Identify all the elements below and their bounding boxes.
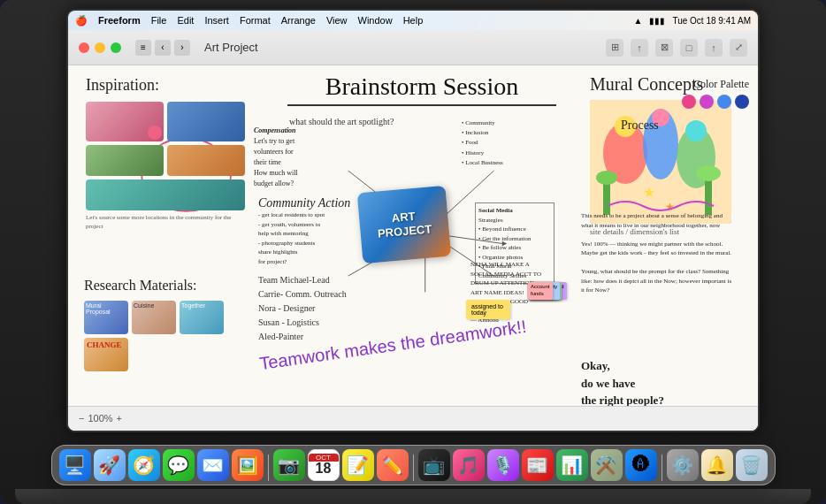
- research-card-2: Cuisine: [132, 301, 176, 334]
- dock-music[interactable]: 🎵: [453, 449, 485, 481]
- view-menu[interactable]: View: [326, 15, 348, 26]
- dock-separator-3: [662, 454, 662, 481]
- clock: Tue Oct 18 9:41 AM: [672, 16, 751, 26]
- zoom-control: − 100% +: [79, 413, 122, 424]
- dock-calendar[interactable]: OCT 18: [308, 449, 340, 481]
- tool-icon-4[interactable]: □: [680, 39, 698, 57]
- zoom-plus-btn[interactable]: +: [117, 413, 122, 424]
- window-title: Art Project: [204, 41, 258, 54]
- dock-separator-2: [413, 454, 414, 481]
- sticky-8: Accountfunds: [528, 282, 553, 300]
- dock-safari[interactable]: 🧭: [128, 449, 160, 481]
- laptop-bottom: [15, 489, 811, 504]
- process-question: Okay,do we havethe right people?: [581, 357, 718, 406]
- zoom-minus-btn[interactable]: −: [79, 413, 84, 424]
- canvas-area[interactable]: Inspiration: Let's source some more: [68, 65, 758, 406]
- art-project-text: ARTPROJECT: [376, 209, 432, 241]
- dock-reminders[interactable]: 🔔: [701, 449, 733, 481]
- compensation-note: Compensation Let's try to get volunteers…: [254, 126, 298, 189]
- dock-container: 🖥️ 🚀 🧭 💬 ✉️ 🖼️ 📷 OCT 18 📝 ✏️ 📺 🎵 🎙️ 📰 📊 …: [0, 431, 826, 489]
- inspiration-section: Inspiration: Let's source some more: [86, 76, 245, 232]
- back-button[interactable]: ‹: [155, 40, 171, 56]
- svg-point-14: [685, 120, 707, 141]
- dock: 🖥️ 🚀 🧭 💬 ✉️ 🖼️ 📷 OCT 18 📝 ✏️ 📺 🎵 🎙️ 📰 📊 …: [51, 445, 776, 485]
- maximize-button[interactable]: [111, 42, 121, 53]
- menu-bar-right: ▲ ▮▮▮ Tue Oct 18 9:41 AM: [634, 16, 751, 26]
- research-card-4: CHANGE: [84, 338, 128, 371]
- dock-separator-1: [268, 454, 269, 481]
- bottom-toolbar: − 100% +: [68, 406, 758, 431]
- brainstorm-underline: [287, 104, 556, 106]
- palette-dot-4: [735, 95, 749, 109]
- arrange-menu[interactable]: Arrange: [281, 15, 316, 26]
- battery-icon: ▮▮▮: [649, 16, 665, 26]
- forward-button[interactable]: ›: [174, 40, 190, 56]
- window-titlebar: ≡ ‹ › Art Project ⊞ ↑ ⊠ □ ↑ ⤢: [68, 30, 758, 65]
- file-menu[interactable]: File: [151, 15, 167, 26]
- edit-menu[interactable]: Edit: [177, 15, 194, 26]
- dock-news[interactable]: 📰: [522, 449, 554, 481]
- app-name-menu[interactable]: Freeform: [98, 15, 141, 26]
- share-button[interactable]: ↑: [705, 39, 723, 57]
- apple-menu[interactable]: 🍎: [75, 15, 88, 27]
- photo-1: [86, 102, 164, 141]
- tool-icon-1[interactable]: ⊞: [606, 39, 623, 57]
- dock-podcasts[interactable]: 🎙️: [487, 449, 519, 481]
- close-button[interactable]: [79, 42, 89, 53]
- dock-finder[interactable]: 🖥️: [59, 449, 91, 481]
- dock-photos[interactable]: 🖼️: [232, 449, 264, 481]
- brainstorm-title: Brainstorm Session: [254, 73, 590, 101]
- fullscreen-button[interactable]: ⤢: [730, 39, 747, 57]
- photo-grid: [86, 102, 245, 210]
- process-title: Process: [621, 118, 659, 133]
- tool-icon-2[interactable]: ↑: [631, 39, 648, 57]
- dock-appstore[interactable]: 🅐: [625, 449, 657, 481]
- laptop-shell: 🍎 Freeform File Edit Insert Format Arran…: [0, 0, 826, 504]
- titlebar-nav: ≡ ‹ ›: [135, 40, 190, 56]
- help-menu[interactable]: Help: [403, 15, 424, 26]
- research-section: Research Materials: Mural Proposal Cuisi…: [84, 278, 252, 371]
- photo-5: [86, 179, 245, 210]
- format-menu[interactable]: Format: [240, 15, 271, 26]
- svg-point-18: [696, 165, 721, 181]
- minimize-button[interactable]: [95, 42, 105, 53]
- dock-tv[interactable]: 📺: [418, 449, 450, 481]
- palette-dot-2: [700, 95, 714, 109]
- dock-freeform[interactable]: ✏️: [377, 449, 409, 481]
- research-items: Mural Proposal Cuisine Together CHANGE: [84, 301, 252, 371]
- research-card-3: Together: [180, 301, 224, 334]
- research-title: Research Materials:: [84, 278, 252, 294]
- titlebar-tools: ⊞ ↑ ⊠ □ ↑ ⤢: [606, 39, 747, 57]
- zoom-value-display: 100%: [88, 413, 112, 424]
- team-names: Team Michael-LeadCarrie- Comm. OutreachN…: [258, 273, 347, 344]
- sticky-notes-grid: Researchstrategies Site specificresearch…: [528, 282, 708, 349]
- traffic-lights: [79, 42, 121, 53]
- menu-bar: 🍎 Freeform File Edit Insert Format Arran…: [68, 11, 758, 30]
- sidebar-toggle[interactable]: ≡: [135, 40, 151, 56]
- dock-launchpad[interactable]: 🚀: [94, 449, 126, 481]
- whiteboard: Inspiration: Let's source some more: [68, 65, 758, 406]
- mural-image: ★ ★: [590, 100, 731, 224]
- window-menu[interactable]: Window: [358, 15, 393, 26]
- dock-numbers[interactable]: 📊: [556, 449, 588, 481]
- wifi-icon: ▲: [634, 16, 643, 26]
- palette-dots: [682, 95, 749, 109]
- assigned-sticky: assigned totoday: [466, 300, 510, 319]
- dock-notes[interactable]: 📝: [342, 449, 374, 481]
- photo-3: [86, 145, 164, 176]
- dock-mail[interactable]: ✉️: [197, 449, 229, 481]
- screen-bezel: 🍎 Freeform File Edit Insert Format Arran…: [68, 11, 758, 431]
- dock-tool[interactable]: ⚒️: [591, 449, 623, 481]
- photo-2: [167, 102, 245, 141]
- macos-screen: 🍎 Freeform File Edit Insert Format Arran…: [68, 11, 758, 431]
- dock-trash[interactable]: 🗑️: [736, 449, 768, 481]
- menu-bar-left: 🍎 Freeform File Edit Insert Format Arran…: [75, 15, 423, 27]
- insert-menu[interactable]: Insert: [204, 15, 229, 26]
- svg-text:★: ★: [643, 185, 655, 200]
- dock-facetime[interactable]: 📷: [273, 449, 305, 481]
- tool-icon-3[interactable]: ⊠: [655, 39, 673, 57]
- palette-dot-1: [682, 95, 696, 109]
- inspiration-caption: Let's source some more locations in the …: [86, 214, 245, 232]
- dock-sysprefs[interactable]: ⚙️: [667, 449, 699, 481]
- dock-messages[interactable]: 💬: [163, 449, 195, 481]
